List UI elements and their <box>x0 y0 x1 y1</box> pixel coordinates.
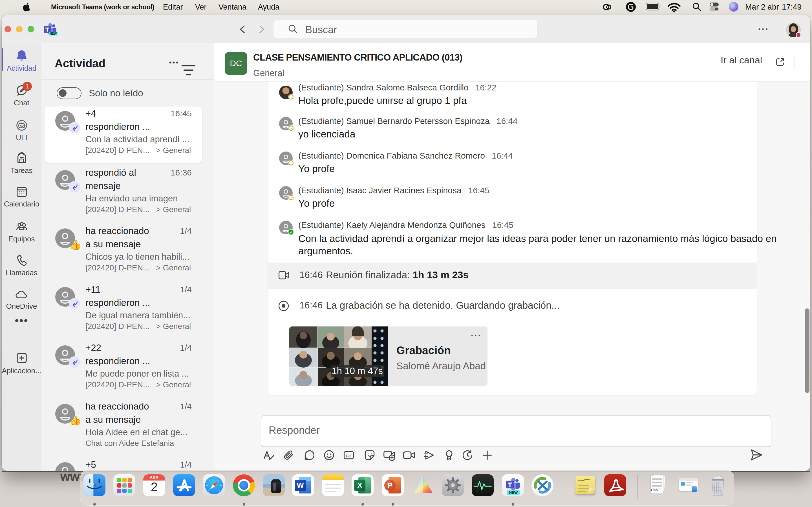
svg-text:GIF: GIF <box>346 454 352 458</box>
